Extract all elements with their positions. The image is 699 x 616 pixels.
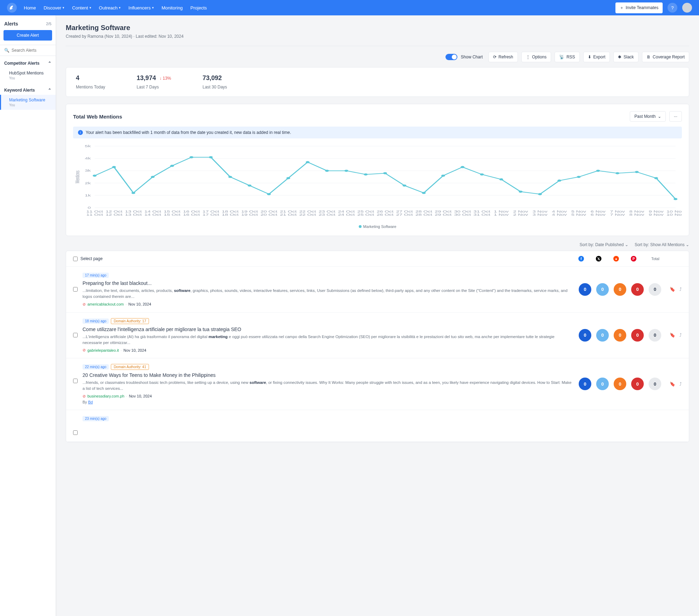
mention-meta: ⊘ gabrielepantaleo.it · Nov 10, 2024 — [83, 348, 574, 352]
topnav-content[interactable]: Content▾ — [72, 5, 91, 10]
sidebar-item[interactable]: Marketing SoftwareYou — [0, 95, 56, 110]
slack-button[interactable]: ✱Slack — [613, 52, 638, 62]
share-icon[interactable]: ⤴ — [679, 287, 682, 292]
search-input[interactable] — [12, 48, 51, 53]
svg-text:7 Nov: 7 Nov — [610, 213, 625, 216]
svg-point-92 — [422, 192, 426, 194]
help-icon[interactable]: ? — [668, 3, 677, 13]
mention-title[interactable]: Preparing for the last blackout... — [83, 280, 574, 286]
no-link-icon: ⊘ — [83, 348, 86, 352]
mention-body: 23 min(s) ago — [83, 416, 682, 436]
mention-title[interactable]: Come utilizzare l'intelligenza artificia… — [83, 327, 574, 332]
count-circle[interactable]: 0 — [649, 329, 661, 342]
reddit-icon: ● — [613, 256, 619, 262]
mention-title[interactable]: 20 Creative Ways for Teens to Make Money… — [83, 372, 574, 378]
topnav-influencers[interactable]: Influencers▾ — [128, 5, 154, 10]
mentions-header: Select page f 𝕏 ● P Total — [66, 251, 689, 267]
count-circle[interactable]: 0 — [649, 283, 661, 296]
count-circle[interactable]: 0 — [596, 329, 609, 342]
svg-text:3k: 3k — [85, 169, 91, 172]
sort-show-all[interactable]: Sort by: Show All Mentions ⌄ — [635, 242, 689, 247]
create-alert-button[interactable]: Create Alert — [3, 30, 52, 41]
chart-more-button[interactable]: ··· — [669, 111, 682, 122]
mention-domain[interactable]: americablackout.com — [87, 302, 124, 306]
svg-point-86 — [306, 161, 309, 163]
svg-point-85 — [286, 177, 290, 179]
refresh-button[interactable]: ⟳Refresh — [488, 52, 518, 62]
topnav-discover[interactable]: Discover▾ — [44, 5, 65, 10]
topnav-projects[interactable]: Projects — [191, 5, 207, 10]
bookmark-icon[interactable]: 🔖 — [670, 381, 675, 387]
invite-teammates-button[interactable]: ＋Invite Teammates — [615, 2, 663, 13]
count-circle[interactable]: 0 — [579, 329, 591, 342]
mention-checkbox[interactable] — [73, 379, 78, 383]
svg-point-88 — [344, 170, 348, 172]
sort-date-published[interactable]: Sort by: Date Published ⌄ — [580, 242, 628, 247]
count-circle[interactable]: 0 — [614, 283, 626, 296]
refresh-icon: ⟳ — [493, 55, 497, 59]
chevron-up-icon: ⌃ — [48, 88, 51, 93]
page-toolbar: Show Chart ⟳Refresh ⋮Options 📡RSS ⬇Expor… — [66, 46, 689, 62]
search-alerts[interactable]: 🔍 — [0, 45, 56, 56]
chart-range-select[interactable]: Past Month ⌄ — [630, 111, 666, 122]
count-circle[interactable]: 0 — [596, 378, 609, 390]
count-circle[interactable]: 0 — [614, 378, 626, 390]
options-button[interactable]: ⋮Options — [521, 52, 551, 62]
main-content: Marketing Software Created by Ramona (No… — [56, 15, 699, 616]
count-circle[interactable]: 0 — [631, 283, 644, 296]
share-icon[interactable]: ⤴ — [679, 332, 682, 338]
svg-text:2 Nov: 2 Nov — [513, 213, 528, 216]
count-circle[interactable]: 0 — [614, 329, 626, 342]
mention-row: 17 min(s) agoPreparing for the last blac… — [66, 267, 689, 313]
bookmark-icon[interactable]: 🔖 — [670, 332, 675, 338]
mention-checkbox[interactable] — [73, 333, 78, 337]
svg-point-91 — [402, 185, 406, 187]
count-circle[interactable]: 0 — [649, 378, 661, 390]
show-chart-label: Show Chart — [461, 55, 483, 59]
pinterest-icon: P — [631, 256, 636, 262]
coverage-report-button[interactable]: 🗎Coverage Report — [642, 52, 689, 62]
bookmark-icon[interactable]: 🔖 — [670, 287, 675, 292]
mention-checkbox[interactable] — [73, 430, 78, 435]
topnav-home[interactable]: Home — [24, 5, 36, 10]
svg-point-81 — [209, 156, 213, 158]
svg-text:4k: 4k — [85, 157, 91, 160]
svg-text:26 Oct: 26 Oct — [377, 213, 393, 216]
options-icon: ⋮ — [526, 55, 530, 59]
mention-domain[interactable]: businessdiary.com.ph — [87, 394, 124, 398]
topnav-monitoring[interactable]: Monitoring — [162, 5, 183, 10]
time-badge: 22 min(s) ago — [83, 364, 109, 370]
avatar[interactable] — [682, 3, 692, 13]
svg-point-94 — [461, 166, 464, 168]
count-circle[interactable]: 0 — [631, 378, 644, 390]
rss-button[interactable]: 📡RSS — [555, 52, 580, 62]
show-chart-toggle[interactable] — [445, 54, 457, 60]
mention-body: 22 min(s) agoDomain Authority: 4120 Crea… — [83, 364, 574, 404]
sidebar-section[interactable]: Keyword Alerts⌃ — [0, 83, 56, 95]
export-button[interactable]: ⬇Export — [583, 52, 610, 62]
alert-count: 2/5 — [46, 22, 51, 26]
sidebar-section[interactable]: Competitor Alerts⌃ — [0, 56, 56, 68]
count-circle[interactable]: 0 — [579, 283, 591, 296]
svg-text:19 Oct: 19 Oct — [241, 213, 258, 216]
sidebar-item[interactable]: HubSpot MentionsYou — [0, 68, 56, 83]
topnav-outreach[interactable]: Outreach▾ — [99, 5, 121, 10]
count-circle[interactable]: 0 — [596, 283, 609, 296]
select-page-checkbox[interactable] — [73, 257, 78, 261]
sort-row: Sort by: Date Published ⌄ Sort by: Show … — [66, 242, 689, 247]
count-circle[interactable]: 0 — [631, 329, 644, 342]
stat-block: 4 Mentions Today — [76, 74, 105, 89]
x-icon: 𝕏 — [596, 256, 601, 262]
svg-point-96 — [499, 178, 503, 180]
logo[interactable] — [7, 3, 17, 13]
mention-domain[interactable]: gabrielepantaleo.it — [87, 348, 119, 352]
info-banner: i Your alert has been backfilled with 1 … — [73, 127, 682, 138]
mention-checkbox[interactable] — [73, 287, 78, 292]
search-icon: 🔍 — [4, 48, 9, 53]
author-link[interactable]: Bd — [88, 400, 93, 404]
count-circle[interactable]: 0 — [579, 378, 591, 390]
svg-text:14 Oct: 14 Oct — [144, 213, 161, 216]
share-icon[interactable]: ⤴ — [679, 381, 682, 387]
sidebar-title: Alerts — [4, 21, 18, 27]
mention-row: 23 min(s) ago — [66, 410, 689, 442]
